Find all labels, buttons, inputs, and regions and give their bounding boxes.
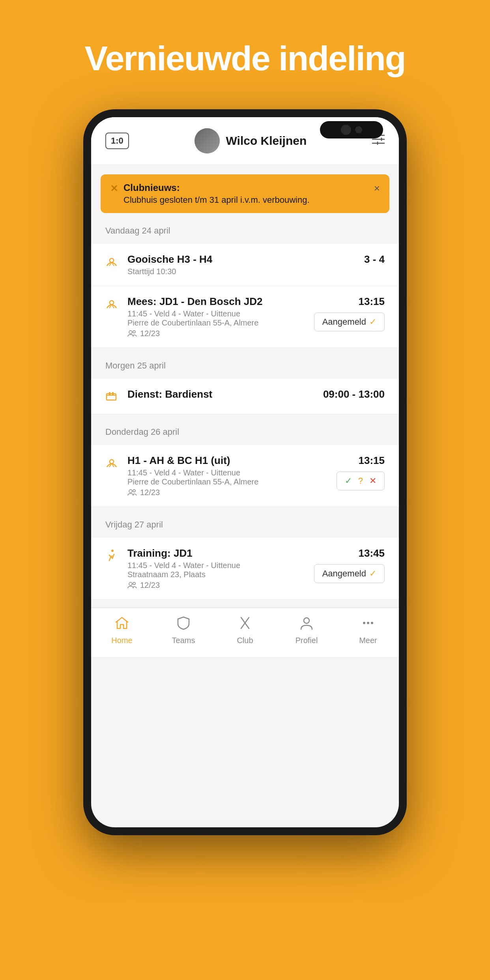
shield-icon	[176, 616, 191, 634]
svg-point-19	[111, 550, 114, 552]
phone-shell: 1:0 Wilco Kleijnen	[83, 109, 407, 835]
hockey-stick-icon	[238, 616, 252, 634]
date-label-morgen: Morgen 25 april	[105, 353, 385, 374]
event-title-training: Training: JD1	[127, 547, 306, 559]
nav-item-home[interactable]: Home	[98, 616, 146, 645]
event-mees-jd1[interactable]: Mees: JD1 - Den Bosch JD2 11:45 - Veld 4…	[91, 286, 399, 348]
event-time-training: 13:45	[359, 547, 385, 559]
nav-label-meer: Meer	[359, 636, 377, 645]
event-title-h1: H1 - AH & BC H1 (uit)	[127, 454, 329, 467]
section-vandaag: Vandaag 24 april	[91, 213, 399, 348]
camera-bar	[320, 121, 383, 138]
home-icon	[115, 616, 129, 634]
svg-point-21	[133, 582, 135, 585]
response-yes-button[interactable]: ✓	[345, 476, 352, 486]
event-subtitle-training: 11:45 - Veld 4 - Water - Uittenue	[127, 561, 306, 570]
event-participants-mees: 12/23	[127, 329, 306, 338]
bottom-nav: Home Teams	[91, 608, 399, 657]
score-widget[interactable]: 1:0	[105, 133, 129, 149]
svg-point-16	[110, 460, 114, 464]
section-vrijdag: Vrijdag 27 april	[91, 507, 399, 600]
event-h1[interactable]: H1 - AH & BC H1 (uit) 11:45 - Veld 4 - W…	[91, 445, 399, 507]
banner-title: Clubnieuws:	[123, 182, 374, 193]
event-location-h1: Pierre de Coubertinlaan 55-A, Almere	[127, 477, 329, 486]
event-location-training: Straatnaam 23, Plaats	[127, 570, 306, 579]
date-label-vrijdag: Vrijdag 27 april	[105, 512, 385, 533]
nav-label-home: Home	[111, 636, 132, 645]
event-bardienst[interactable]: Dienst: Bardienst 09:00 - 13:00	[91, 379, 399, 414]
svg-point-18	[133, 490, 135, 492]
match-icon	[105, 255, 120, 270]
event-time-h1: 13:15	[359, 454, 385, 467]
svg-point-12	[133, 331, 135, 333]
event-participants-training: 12/23	[127, 581, 306, 590]
section-morgen: Morgen 25 april	[91, 348, 399, 414]
page-title: Vernieuwde indeling	[85, 39, 406, 78]
svg-point-26	[367, 622, 369, 624]
dots-icon	[361, 616, 375, 634]
event-time-mees: 13:15	[359, 295, 385, 308]
event-title-bardienst: Dienst: Bardienst	[127, 388, 315, 400]
response-maybe-button[interactable]: ?	[358, 476, 363, 486]
svg-rect-14	[109, 392, 110, 395]
aangemeld-button-training[interactable]: Aangemeld ✓	[314, 564, 385, 583]
user-info: Wilco Kleijnen	[195, 128, 307, 153]
avatar	[195, 128, 220, 153]
notification-banner: ✕ Clubnieuws: Clubhuis gesloten t/m 31 a…	[101, 174, 389, 213]
nav-item-club[interactable]: Club	[221, 616, 269, 645]
response-no-button[interactable]: ✕	[369, 476, 376, 486]
section-donderdag: Donderdag 26 april	[91, 414, 399, 507]
event-subtitle-gooische: Starttijd 10:30	[127, 267, 356, 276]
event-subtitle-mees: 11:45 - Veld 4 - Water - Uittenue	[127, 309, 306, 318]
date-label-vandaag: Vandaag 24 april	[105, 218, 385, 239]
response-buttons: ✓ ? ✕	[337, 471, 385, 490]
svg-point-20	[129, 582, 132, 585]
banner-desc: Clubhuis gesloten t/m 31 april i.v.m. ve…	[123, 195, 374, 205]
phone-screen: 1:0 Wilco Kleijnen	[91, 117, 399, 827]
svg-rect-13	[107, 394, 116, 400]
event-participants-h1: 12/23	[127, 488, 329, 497]
nav-item-profiel[interactable]: Profiel	[283, 616, 330, 645]
event-location-mees: Pierre de Coubertinlaan 55-A, Almere	[127, 318, 306, 327]
svg-point-24	[304, 618, 309, 623]
match-icon-3	[105, 456, 120, 471]
svg-point-17	[129, 490, 132, 493]
svg-point-9	[110, 258, 114, 262]
user-name: Wilco Kleijnen	[226, 134, 307, 148]
event-time-gooische: 3 - 4	[364, 253, 385, 266]
person-icon	[299, 616, 314, 634]
event-title-mees: Mees: JD1 - Den Bosch JD2	[127, 295, 306, 308]
svg-point-27	[371, 622, 373, 624]
training-icon	[105, 549, 120, 564]
nav-label-teams: Teams	[172, 636, 195, 645]
match-icon-2	[105, 297, 120, 312]
date-label-donderdag: Donderdag 26 april	[105, 419, 385, 440]
svg-rect-15	[112, 392, 114, 395]
nav-item-meer[interactable]: Meer	[344, 616, 392, 645]
event-subtitle-h1: 11:45 - Veld 4 - Water - Uittenue	[127, 468, 329, 477]
svg-point-25	[363, 622, 365, 624]
event-training-jd1[interactable]: Training: JD1 11:45 - Veld 4 - Water - U…	[91, 538, 399, 600]
svg-point-11	[129, 331, 132, 334]
event-title-gooische: Gooische H3 - H4	[127, 253, 356, 266]
aangemeld-button-mees[interactable]: Aangemeld ✓	[314, 312, 385, 331]
nav-label-club: Club	[237, 636, 253, 645]
nav-item-teams[interactable]: Teams	[160, 616, 207, 645]
event-gooische[interactable]: Gooische H3 - H4 Starttijd 10:30 3 - 4	[91, 244, 399, 286]
svg-point-10	[110, 301, 114, 305]
banner-close[interactable]: ×	[374, 182, 380, 195]
nav-label-profiel: Profiel	[295, 636, 318, 645]
event-time-bardienst: 09:00 - 13:00	[323, 388, 385, 400]
service-icon	[105, 390, 120, 404]
